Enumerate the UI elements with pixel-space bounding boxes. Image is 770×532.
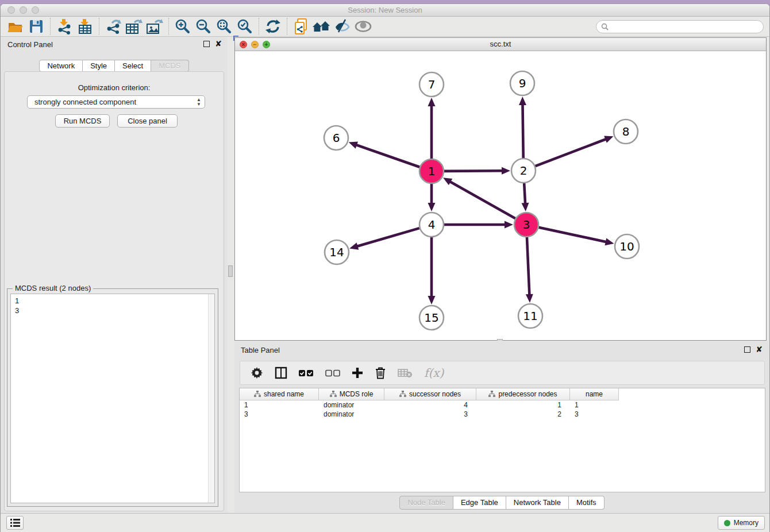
column-header-label: name: [586, 390, 603, 398]
network-canvas[interactable]: 7968124314101511: [235, 52, 766, 340]
splitter-handle[interactable]: [228, 265, 233, 277]
control-panel-tabs: NetworkStyleSelectMCDS: [1, 60, 228, 72]
zoom-out-icon[interactable]: [193, 18, 214, 35]
graph-edge-4-14[interactable]: [356, 228, 419, 246]
network-view-window: × − + scc.txt 7968124314101511: [234, 37, 767, 341]
tab-mcds[interactable]: MCDS: [151, 60, 188, 72]
table-cell[interactable]: 1: [570, 400, 619, 410]
open-session-icon[interactable]: [5, 18, 26, 35]
search-field[interactable]: [596, 20, 764, 33]
column-header-successor-nodes[interactable]: successor nodes: [384, 388, 476, 400]
delete-icon[interactable]: [375, 367, 386, 379]
column-header-label: MCDS role: [340, 390, 374, 398]
copy-network-icon[interactable]: [291, 18, 311, 35]
column-header-name[interactable]: name: [570, 388, 619, 400]
graphics-details-icon[interactable]: [332, 18, 353, 35]
graph-edge-2-8[interactable]: [536, 138, 607, 166]
graph-edge-3-11[interactable]: [527, 237, 529, 296]
add-row-icon[interactable]: [352, 367, 363, 379]
import-network-icon[interactable]: [54, 18, 75, 35]
table-panel: Table Panel ✘: [234, 341, 769, 514]
split-columns-icon[interactable]: [275, 367, 287, 379]
tab-motifs[interactable]: Motifs: [569, 496, 605, 510]
refresh-layout-icon[interactable]: [263, 18, 283, 35]
table-cell[interactable]: 4: [384, 400, 476, 410]
float-table-panel-icon[interactable]: [744, 346, 750, 353]
memory-status-icon: [724, 520, 730, 526]
import-table-icon[interactable]: [75, 18, 95, 35]
table-panel-title: Table Panel: [241, 346, 280, 354]
tab-edge-table[interactable]: Edge Table: [453, 496, 506, 510]
graph-edge-3-10[interactable]: [538, 228, 607, 242]
zoom-in-icon[interactable]: [172, 18, 193, 35]
tab-network[interactable]: Network: [39, 60, 83, 72]
table-cell[interactable]: dominator: [319, 410, 384, 419]
table-row[interactable]: 3dominator323: [240, 410, 765, 419]
close-panel-button[interactable]: Close panel: [117, 114, 178, 128]
memory-label: Memory: [734, 519, 759, 527]
export-table-icon[interactable]: [124, 18, 144, 35]
criterion-value: strongly connected component: [34, 98, 136, 106]
optimization-criterion-label: Optimization criterion:: [5, 83, 224, 92]
table-cell[interactable]: 3: [384, 410, 476, 419]
graph-edge-arrowhead: [349, 141, 358, 148]
delete-table-icon: [398, 368, 413, 378]
table-cell[interactable]: 3: [240, 410, 319, 419]
graph-edge-2-3[interactable]: [524, 183, 525, 205]
tab-network-table[interactable]: Network Table: [506, 496, 569, 510]
table-cell[interactable]: dominator: [319, 400, 384, 410]
network-window-titlebar[interactable]: × − + scc.txt: [235, 38, 766, 51]
run-mcds-button[interactable]: Run MCDS: [55, 114, 110, 128]
graph-edge-arrowhead: [428, 98, 436, 106]
graph-edge-2-9[interactable]: [522, 103, 523, 158]
graph-node-label-7: 7: [428, 78, 436, 91]
status-bar: Memory: [1, 513, 769, 532]
table-cell[interactable]: 1: [476, 400, 570, 410]
graph-node-label-4: 4: [428, 218, 436, 232]
search-input[interactable]: [609, 23, 752, 31]
column-header-MCDS-role[interactable]: MCDS role: [319, 388, 384, 400]
mcds-result-textarea[interactable]: 1 3: [10, 294, 215, 503]
table-toolbar: f(x): [240, 361, 765, 385]
export-image-icon[interactable]: [144, 18, 165, 35]
graph-node-label-10: 10: [619, 240, 634, 253]
toolbar-separator: [99, 18, 99, 35]
result-scrollbar[interactable]: [208, 294, 214, 503]
table-cell[interactable]: 3: [570, 410, 619, 419]
select-all-checkboxes-icon[interactable]: [299, 369, 314, 377]
zoom-fit-icon[interactable]: [214, 18, 234, 35]
home-networks-icon[interactable]: [311, 18, 332, 35]
tab-style[interactable]: Style: [83, 60, 115, 72]
hierarchy-icon: [488, 391, 495, 398]
table-row[interactable]: 1dominator411: [240, 400, 765, 410]
hierarchy-icon: [330, 391, 337, 398]
graph-edge-arrowhead: [349, 242, 359, 249]
export-network-icon[interactable]: [103, 18, 124, 35]
application-window: Session: New Session: [0, 3, 770, 532]
criterion-select[interactable]: strongly connected component ▲▼: [27, 95, 205, 109]
mcds-result-group: MCDS result (2 nodes) 1 3: [7, 288, 218, 507]
eye-icon[interactable]: [353, 18, 374, 35]
table-cell[interactable]: 2: [476, 410, 570, 419]
save-session-icon[interactable]: [26, 18, 47, 35]
tab-node-table[interactable]: Node Table: [399, 496, 453, 510]
close-panel-icon[interactable]: ✘: [215, 41, 222, 47]
close-table-panel-icon[interactable]: ✘: [756, 346, 763, 353]
graph-edge-3-1[interactable]: [449, 181, 515, 218]
column-header-shared-name[interactable]: shared name: [240, 388, 319, 400]
list-menu-button[interactable]: [6, 516, 24, 530]
gear-icon[interactable]: [251, 367, 263, 379]
clear-checkboxes-icon[interactable]: [325, 369, 340, 377]
graph-edge-1-2[interactable]: [444, 171, 503, 171]
function-builder-icon: f(x): [424, 366, 444, 380]
column-header-predecessor-nodes[interactable]: predecessor nodes: [476, 388, 570, 400]
table-cell[interactable]: 1: [240, 400, 319, 410]
tab-select[interactable]: Select: [115, 60, 151, 72]
table-body: 1dominator4113dominator323: [240, 400, 765, 419]
graph-edge-1-6[interactable]: [355, 145, 419, 167]
float-panel-icon[interactable]: [203, 41, 210, 47]
graph-node-label-3: 3: [523, 218, 530, 232]
zoom-selected-icon[interactable]: [234, 18, 255, 35]
memory-button[interactable]: Memory: [718, 516, 765, 530]
graph-node-label-9: 9: [519, 76, 526, 90]
